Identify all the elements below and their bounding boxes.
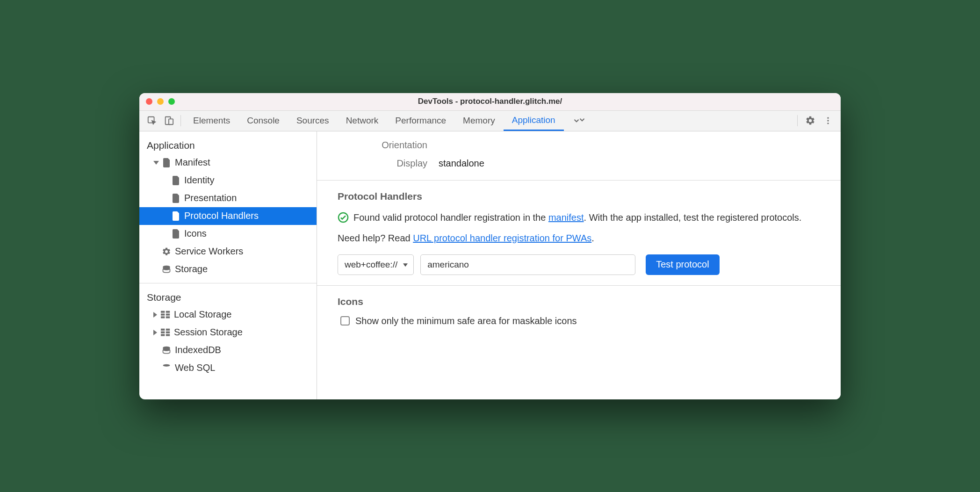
svg-rect-2 — [169, 119, 173, 124]
svg-rect-14 — [166, 328, 170, 330]
status-text-suffix: . With the app installed, test the regis… — [584, 212, 802, 223]
chevron-right-icon — [153, 330, 157, 335]
check-circle-icon — [338, 212, 349, 223]
display-value: standalone — [439, 158, 484, 169]
tab-sources[interactable]: Sources — [288, 110, 338, 131]
test-protocol-form: web+coffee:// Test protocol — [338, 254, 820, 275]
registration-status: Found valid protocol handler registratio… — [338, 210, 820, 224]
sidebar-item-label: Presentation — [184, 193, 237, 203]
sidebar-section-storage: Storage — [139, 288, 317, 306]
sidebar-item-label: Service Workers — [175, 246, 243, 257]
toolbar-right — [794, 113, 836, 129]
file-icon — [172, 176, 180, 185]
svg-rect-10 — [166, 313, 170, 315]
svg-rect-18 — [166, 334, 170, 336]
sidebar-item-session-storage[interactable]: Session Storage — [139, 324, 317, 341]
protocol-handlers-section: Protocol Handlers Found valid protocol h… — [317, 181, 841, 285]
help-link[interactable]: URL protocol handler registration for PW… — [413, 233, 591, 243]
sidebar-item-presentation[interactable]: Presentation — [139, 189, 317, 207]
titlebar: DevTools - protocol-handler.glitch.me/ — [139, 93, 841, 111]
sidebar-item-label: Web SQL — [175, 362, 215, 373]
protocol-select[interactable]: web+coffee:// — [338, 254, 414, 275]
inspect-element-icon[interactable] — [144, 113, 160, 129]
database-icon — [162, 346, 171, 355]
protocol-input[interactable] — [420, 254, 635, 275]
file-icon — [172, 229, 180, 239]
sidebar-item-local-storage[interactable]: Local Storage — [139, 306, 317, 324]
sidebar-item-storage[interactable]: Storage — [139, 260, 317, 278]
panel-tabs: Elements Console Sources Network Perform… — [185, 110, 793, 131]
main-panel: Orientation Display standalone Protocol … — [317, 131, 841, 399]
window-title: DevTools - protocol-handler.glitch.me/ — [139, 97, 841, 106]
more-options-icon[interactable] — [820, 113, 836, 129]
sidebar-item-websql[interactable]: Web SQL — [139, 359, 317, 377]
help-line: Need help? Read URL protocol handler reg… — [338, 231, 820, 245]
sidebar-item-label: Local Storage — [174, 309, 231, 320]
sidebar-item-label: Storage — [175, 264, 208, 275]
help-text-suffix: . — [591, 233, 594, 243]
svg-point-5 — [827, 123, 829, 124]
application-sidebar: Application Manifest Identity Presentati… — [139, 131, 317, 399]
sidebar-item-identity[interactable]: Identity — [139, 172, 317, 189]
file-icon — [163, 158, 171, 167]
main-toolbar: Elements Console Sources Network Perform… — [139, 111, 841, 131]
orientation-label: Orientation — [317, 140, 439, 151]
tab-performance[interactable]: Performance — [387, 110, 454, 131]
settings-icon[interactable] — [802, 113, 818, 129]
tab-application[interactable]: Application — [504, 110, 564, 131]
kv-display: Display standalone — [317, 154, 841, 180]
sidebar-item-manifest[interactable]: Manifest — [139, 154, 317, 172]
display-label: Display — [317, 158, 439, 169]
tab-elements[interactable]: Elements — [185, 110, 238, 131]
database-icon — [162, 363, 171, 373]
protocol-handlers-title: Protocol Handlers — [338, 191, 820, 202]
sidebar-item-icons[interactable]: Icons — [139, 225, 317, 243]
svg-rect-13 — [161, 328, 165, 330]
tab-memory[interactable]: Memory — [454, 110, 504, 131]
sidebar-item-service-workers[interactable]: Service Workers — [139, 243, 317, 260]
sidebar-item-label: Session Storage — [174, 327, 243, 338]
kv-orientation: Orientation — [317, 136, 841, 154]
maskable-checkbox[interactable] — [340, 316, 350, 326]
toolbar-separator — [797, 115, 798, 126]
svg-rect-11 — [161, 316, 165, 318]
manifest-link[interactable]: manifest — [548, 212, 584, 223]
chevron-right-icon — [153, 312, 157, 318]
table-icon — [161, 328, 170, 337]
file-icon — [172, 211, 180, 221]
svg-rect-16 — [166, 331, 170, 333]
tab-console[interactable]: Console — [238, 110, 288, 131]
sidebar-item-label: Protocol Handlers — [184, 210, 259, 221]
svg-rect-12 — [166, 316, 170, 318]
chevron-down-icon — [153, 161, 159, 165]
svg-rect-9 — [161, 313, 165, 315]
maskable-checkbox-label: Show only the minimum safe area for mask… — [355, 316, 577, 326]
sidebar-section-application: Application — [139, 136, 317, 154]
device-toggle-icon[interactable] — [161, 113, 177, 129]
protocol-select-value: web+coffee:// — [345, 260, 397, 270]
database-icon — [162, 265, 171, 274]
test-protocol-button[interactable]: Test protocol — [646, 254, 719, 275]
table-icon — [161, 311, 170, 319]
sidebar-item-label: Icons — [184, 228, 207, 239]
more-tabs-button[interactable] — [564, 110, 595, 131]
tab-network[interactable]: Network — [338, 110, 387, 131]
maskable-checkbox-row[interactable]: Show only the minimum safe area for mask… — [338, 316, 820, 326]
file-icon — [172, 194, 180, 203]
svg-rect-8 — [166, 311, 170, 312]
svg-rect-15 — [161, 331, 165, 333]
devtools-window: DevTools - protocol-handler.glitch.me/ E… — [139, 93, 841, 399]
svg-point-20 — [163, 364, 170, 366]
toolbar-separator — [180, 115, 181, 126]
svg-rect-17 — [161, 334, 165, 336]
icons-section: Icons Show only the minimum safe area fo… — [317, 286, 841, 337]
help-text-prefix: Need help? Read — [338, 233, 413, 243]
sidebar-item-label: Identity — [184, 175, 214, 186]
sidebar-item-protocol-handlers[interactable]: Protocol Handlers — [139, 207, 317, 225]
sidebar-item-indexeddb[interactable]: IndexedDB — [139, 341, 317, 359]
status-text-prefix: Found valid protocol handler registratio… — [353, 212, 548, 223]
gear-icon — [162, 247, 171, 256]
svg-rect-7 — [161, 311, 165, 312]
icons-title: Icons — [338, 296, 820, 307]
sidebar-divider — [139, 283, 317, 283]
